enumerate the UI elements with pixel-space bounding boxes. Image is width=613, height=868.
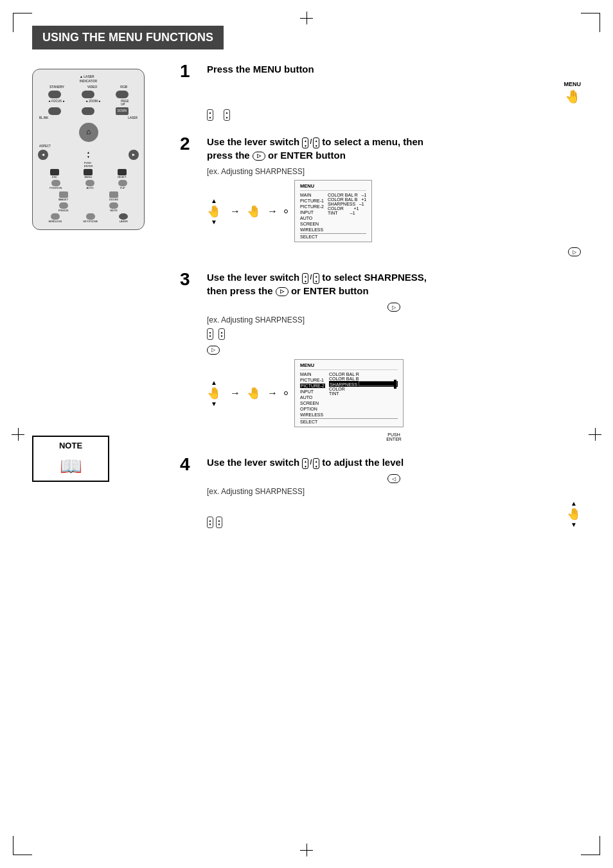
lever-sm-4-2: ▲▼	[313, 458, 319, 469]
menu-overlay-step2: MENU MAIN PICTURE-1 PICTURE-2 INPUT AUTO…	[294, 180, 372, 242]
step-4-example-label: [ex. Adjusting SHARPNESS]	[207, 487, 581, 496]
step-3: 3 Use the lever switch ▲▼ / ▲▼ to select…	[180, 270, 581, 441]
hand-icon-step3: 🤚	[247, 386, 261, 400]
hand-icon-step2: 🤚	[247, 204, 261, 218]
lever-part-2: ▲ ▼	[224, 109, 230, 121]
step-3-number: 3	[180, 270, 199, 441]
step-4: 4 Use the lever switch ▲▼ / ▲▼ to adjust…	[180, 456, 581, 531]
menu-section-labels-step2: MAIN PICTURE-1 PICTURE-2 INPUT AUTO SCRE…	[300, 193, 324, 232]
slider-indicator-step3	[394, 380, 396, 389]
lever-icon-step2: ▲▼ / ▲▼	[302, 137, 319, 148]
push-enter-label-step3: PUSHENTER	[207, 432, 581, 441]
select-bar-step2: SELECT	[300, 233, 366, 239]
left-column: ▲ LASERINDICATOR STANDBYVIDEORGB ◄ FOC	[32, 62, 167, 545]
step-2-title: Use the lever switch ▲▼ / ▲▼ to select a…	[207, 135, 581, 162]
step-1-number: 1	[180, 62, 199, 121]
play-icon-step2: ▷	[253, 152, 265, 161]
arrow-step2-1: →	[230, 206, 240, 217]
step-4-content: Use the lever switch ▲▼ / ▲▼ to adjust t…	[207, 456, 581, 531]
remote-illustration: ▲ LASERINDICATOR STANDBYVIDEORGB ◄ FOC	[32, 69, 145, 230]
menu-text-label: MENU	[564, 81, 582, 87]
menu-values-step2: COLOR BAL R –1 COLOR BAL B +1 SHARPNESS …	[328, 193, 366, 232]
note-section: NOTE 📖	[32, 436, 167, 482]
back-icon-step4: ◁	[387, 474, 400, 483]
note-icon: 📖	[37, 456, 104, 477]
step-3-illustration: ▲ 🤚 ▼ → 🤚 → MENU	[207, 359, 581, 427]
step-4-bottom-row: ▲▼ ▲▼ ▲ 🤚 ▼	[207, 500, 581, 528]
menu-overlay-step3: MENU MAIN PICTURE-1 PICTURE-2 INPUT AUTO…	[294, 359, 404, 427]
slider-bar-step3	[359, 381, 397, 386]
play-center-step3: ▷	[387, 303, 400, 312]
step-1: 1 Press the MENU button MENU 🤚	[180, 62, 581, 121]
lever-icon-right-step1: ▲ ▼	[224, 109, 230, 121]
note-box: NOTE 📖	[32, 436, 109, 482]
step-2-illustration: ▲ 🤚 ▼ → 🤚 → MENU	[207, 180, 581, 242]
step-3-lever-icons: ▲▼ ▲▼	[207, 328, 581, 340]
step-3-example-label: [ex. Adjusting SHARPNESS]	[207, 315, 581, 324]
play-icon-step3: ▷	[276, 287, 289, 296]
lever-part-sm-1: ▲▼	[302, 137, 308, 148]
step-3-content: Use the lever switch ▲▼ / ▲▼ to select S…	[207, 270, 581, 441]
step-1-title: Press the MENU button	[207, 62, 581, 76]
select-bar-step3: SELECT	[300, 418, 398, 424]
lever-icon-step3: ▲▼ / ▲▼	[302, 273, 319, 284]
step-2-example-label: [ex. Adjusting SHARPNESS]	[207, 167, 581, 176]
lever-part-1: ▲ ▼	[207, 109, 213, 121]
lever-sm-3-1: ▲▼	[302, 273, 308, 284]
lever-step3-right: ▲▼	[218, 328, 225, 340]
menu-values-step3: COLOR BAL R COLOR BAL B SHARPNESS COLOR …	[329, 372, 398, 417]
menu-section-labels-step3: MAIN PICTURE-1 PICTURE-2 INPUT AUTO SCRE…	[300, 372, 325, 417]
hand-icon-step1: 🤚	[565, 89, 581, 104]
step-3-title: Use the lever switch ▲▼ / ▲▼ to select S…	[207, 270, 581, 297]
play-left-step3: ▷	[207, 346, 220, 355]
step-1-title-bold: MENU	[253, 64, 281, 75]
right-column: 1 Press the MENU button MENU 🤚	[180, 62, 581, 545]
dot-indicator	[284, 209, 288, 213]
lever-step4-2: ▲▼	[216, 517, 222, 528]
lever-icon-left-step1: ▲ ▼	[207, 109, 213, 121]
lever-part-sm-2: ▲▼	[313, 137, 319, 148]
step-1-lever-icons: ▲ ▼ ▲ ▼	[207, 109, 581, 121]
play-icon-step2-right: ▷	[568, 247, 581, 256]
step-2-number: 2	[180, 135, 199, 256]
step-4-title: Use the lever switch ▲▼ / ▲▼ to adjust t…	[207, 456, 581, 469]
step-1-title-prefix: Press the	[207, 64, 253, 75]
lever-step3-left: ▲▼	[207, 328, 213, 340]
lever-sm-4-1: ▲▼	[302, 458, 308, 469]
step-4-number: 4	[180, 456, 199, 531]
arrow-step2-2: →	[267, 206, 278, 217]
step-2-content: Use the lever switch ▲▼ / ▲▼ to select a…	[207, 135, 581, 256]
step-3-top-icons: ▷	[207, 303, 581, 312]
arrow-step3-1: →	[230, 387, 240, 399]
step-1-illustration: MENU 🤚	[207, 81, 581, 104]
lever-icon-step4: ▲▼ / ▲▼	[302, 458, 319, 469]
step-2: 2 Use the lever switch ▲▼ / ▲▼ to select…	[180, 135, 581, 256]
step-1-title-suffix: button	[281, 64, 314, 75]
step-1-content: Press the MENU button MENU 🤚	[207, 62, 581, 121]
lever-step4-1: ▲▼	[207, 517, 213, 528]
arrow-step3-2: →	[267, 387, 278, 399]
note-label: NOTE	[37, 441, 104, 450]
lever-icons-step4-bottom: ▲▼ ▲▼	[207, 517, 222, 528]
lever-sm-3-2: ▲▼	[313, 273, 319, 284]
page-title: USING THE MENU FUNCTIONS	[32, 26, 224, 49]
